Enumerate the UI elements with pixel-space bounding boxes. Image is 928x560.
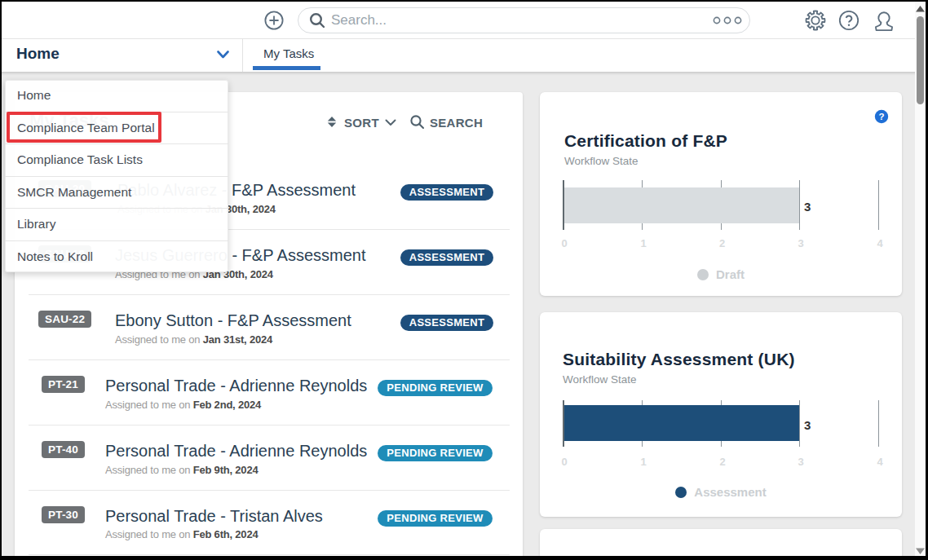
- svg-text:?: ?: [878, 112, 884, 121]
